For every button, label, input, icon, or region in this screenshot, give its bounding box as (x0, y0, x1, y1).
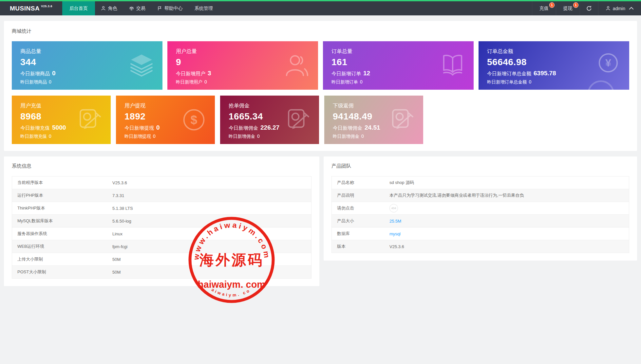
table-row: POST大小限制50M (12, 266, 311, 279)
row-label: 版本 (332, 240, 385, 253)
card-today-label: 今日新增订单 (331, 71, 361, 76)
withdraw-label: 提现 (563, 6, 573, 11)
book-icon (440, 52, 466, 79)
brand-logo[interactable]: MUSINSA V25.3.6 (0, 1, 62, 15)
row-value: V25.3.6 (107, 176, 311, 189)
table-row: 请勿点击404 (332, 202, 629, 215)
docpen-icon (389, 107, 415, 133)
flag-icon (157, 6, 162, 11)
card-today-value: 5000 (52, 124, 66, 131)
card-yesterday-line: 昨日新增提现0 (124, 134, 215, 139)
nav-item-dashboard[interactable]: 后台首页 (62, 1, 95, 15)
table-row: 产品名称sd shop 源码 (332, 176, 629, 189)
row-label: 产品名称 (332, 176, 385, 189)
withdraw-badge[interactable]: 1 (573, 2, 578, 8)
row-label: ThinkPHP版本 (12, 202, 107, 215)
row-value: 7.3.31 (107, 189, 311, 202)
chevron-up-icon (629, 6, 634, 11)
card-yesterday-label: 昨日新增提现 (124, 134, 151, 139)
row-value: 本产品只为学习测试交流,请勿要做商业或者用于违法行为,一切后果自负 (384, 189, 629, 202)
mall-stats-panel: 商城统计 商品总量344今日新增商品0昨日新增商品0用户总量9今日新增用户3昨日… (4, 21, 637, 151)
card-yesterday-value: 0 (153, 134, 156, 139)
section-title-mall-stats: 商城统计 (12, 28, 629, 34)
stat-card-orders-total: 订单总量161今日新增订单12昨日新增订单0 (323, 41, 474, 90)
main-content: 商城统计 商品总量344今日新增商品0昨日新增商品0用户总量9今日新增用户3昨日… (0, 15, 641, 286)
system-info-panel: 系统信息 当前程序版本V25.3.6运行PHP版本7.3.31ThinkPHP版… (4, 156, 319, 286)
card-yesterday-line: 昨日新增用户0 (176, 80, 318, 85)
card-today-label: 今日新增提现 (124, 125, 154, 131)
card-today-value: 0 (156, 124, 160, 131)
card-yesterday-value: 0 (360, 79, 363, 84)
row-value: 5.6.50-log (107, 215, 311, 228)
not-click-badge[interactable]: 404 (389, 204, 398, 212)
nav-item-label: 后台首页 (69, 6, 88, 11)
row-value: V25.3.6 (384, 240, 629, 253)
table-row: 当前程序版本V25.3.6 (12, 176, 311, 189)
row-value: sd shop 源码 (384, 176, 629, 189)
card-yesterday-label: 昨日新增佣金 (333, 134, 359, 139)
row-label: 服务器操作系统 (12, 228, 107, 240)
withdraw-button[interactable]: 提现 1 (556, 1, 580, 15)
brand-name: MUSINSA (10, 5, 40, 12)
card-yesterday-value: 0 (49, 79, 51, 84)
recharge-button[interactable]: 充值 1 (532, 1, 556, 15)
stat-card-users-total: 用户总量9今日新增用户3昨日新增用户0 (167, 41, 318, 90)
dollar-icon: $ (181, 107, 207, 133)
recharge-label: 充值 (539, 6, 549, 11)
row-value: 25.5M (384, 215, 629, 228)
card-yesterday-value: 0 (361, 134, 364, 139)
row-label: 运行PHP版本 (12, 189, 107, 202)
card-today-value: 12 (363, 70, 370, 77)
row-label: 数据库 (332, 228, 385, 240)
card-today-value: 226.27 (260, 124, 279, 131)
user-icon (284, 52, 310, 79)
stat-card-sub-rebate: 下级返佣94148.49今日新增佣金24.51昨日新增佣金0 (324, 96, 423, 144)
row-value: 50M (107, 253, 311, 266)
table-row: ThinkPHP版本5.1.38 LTS (12, 202, 311, 215)
card-yesterday-line: 昨日新增佣金0 (229, 134, 319, 139)
recharge-badge[interactable]: 1 (549, 2, 555, 8)
nav-item-help-center[interactable]: 帮助中心 (151, 1, 189, 15)
row-value-link[interactable]: 25.5M (389, 219, 401, 224)
yen-icon: ¥ (595, 52, 621, 79)
stat-cards-row1: 商品总量344今日新增商品0昨日新增商品0用户总量9今日新增用户3昨日新增用户0… (12, 41, 629, 90)
table-row: 版本V25.3.6 (332, 240, 629, 253)
row-value-link[interactable]: mysql (389, 231, 401, 236)
card-yesterday-label: 昨日新增订单总金额 (487, 80, 527, 84)
bottom-panels: 系统信息 当前程序版本V25.3.6运行PHP版本7.3.31ThinkPHP版… (4, 156, 637, 286)
card-today-label: 今日新增用户 (176, 71, 205, 76)
person-icon (101, 6, 106, 11)
card-yesterday-label: 昨日新增佣金 (229, 134, 255, 139)
table-row: 产品说明本产品只为学习测试交流,请勿要做商业或者用于违法行为,一切后果自负 (332, 189, 629, 202)
row-value: 404 (384, 202, 629, 215)
stat-card-user-withdraw: 用户提现1892今日新增提现0昨日新增提现0$ (116, 96, 215, 144)
stat-card-order-amount-total: 订单总金额56646.98今日新增订单总金额6395.78昨日新增订单总金额0¥ (479, 41, 629, 90)
nav-item-system-admin[interactable]: 系统管理 (189, 1, 219, 15)
card-yesterday-line: 昨日新增充值0 (20, 134, 111, 139)
user-menu[interactable]: admin (598, 1, 641, 15)
nav-item-label: 角色 (108, 6, 117, 11)
nav-item-roles[interactable]: 角色 (95, 1, 123, 15)
card-today-value: 3 (208, 70, 211, 77)
card-yesterday-label: 昨日新增订单 (331, 80, 358, 84)
navbar-right-group: 充值 1 提现 1 admin (532, 1, 641, 15)
card-today-label: 今日新增订单总金额 (487, 71, 531, 76)
card-yesterday-value: 0 (257, 134, 260, 139)
row-label: 产品大小 (332, 215, 385, 228)
row-value: mysql (384, 228, 629, 240)
layers-icon (128, 52, 155, 79)
row-label: 当前程序版本 (12, 176, 107, 189)
section-title-product-team: 产品团队 (331, 163, 629, 169)
svg-text:¥: ¥ (605, 57, 611, 69)
card-yesterday-line: 昨日新增佣金0 (333, 134, 423, 139)
system-info-table: 当前程序版本V25.3.6运行PHP版本7.3.31ThinkPHP版本5.1.… (12, 176, 311, 279)
refresh-button[interactable] (580, 1, 598, 15)
card-today-label: 今日新增商品 (20, 71, 50, 76)
table-row: 上传大小限制50M (12, 253, 311, 266)
row-value: fpm-fcgi (107, 240, 311, 253)
card-today-label: 今日新增佣金 (333, 125, 362, 131)
stat-card-user-recharge: 用户充值8968今日新增充值5000昨日新增充值0 (12, 96, 111, 144)
nav-item-label: 交易 (136, 6, 145, 11)
nav-item-label: 系统管理 (195, 6, 213, 11)
nav-item-trade[interactable]: 交易 (123, 1, 151, 15)
